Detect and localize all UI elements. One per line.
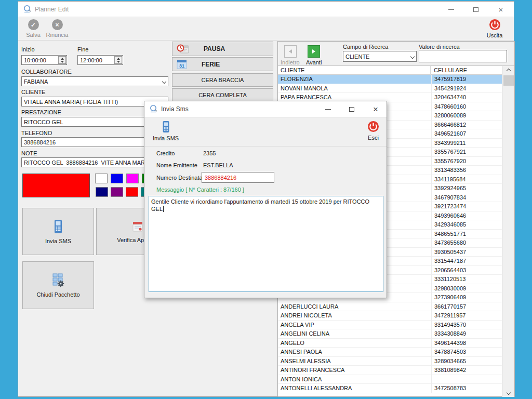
maximize-icon[interactable] bbox=[472, 6, 480, 13]
table-row[interactable]: ANGELO3496144398 bbox=[278, 339, 502, 348]
collaboratore-label: COLLABORATORE bbox=[21, 69, 72, 75]
back-arrow-icon bbox=[288, 49, 293, 54]
fine-spinner[interactable] bbox=[114, 56, 122, 64]
prestazione-value: RITOCCO GEL bbox=[24, 119, 63, 125]
table-header: CLIENTE CELLULARE bbox=[278, 66, 502, 75]
cancel-button[interactable]: × Rinuncia bbox=[43, 19, 71, 38]
close-icon[interactable]: × bbox=[497, 6, 504, 13]
palette-swatch[interactable] bbox=[126, 174, 139, 183]
palette-swatch[interactable] bbox=[111, 187, 123, 197]
credito-value: 2355 bbox=[203, 150, 216, 156]
minimize-icon[interactable] bbox=[447, 6, 455, 13]
fine-input[interactable]: 12:00:00 bbox=[77, 55, 123, 65]
cell-cellulare: 3204634740 bbox=[431, 93, 502, 102]
cell-cliente: ANGELINI CELINA bbox=[278, 329, 431, 339]
modal-esci-button[interactable]: Esci bbox=[367, 121, 379, 141]
cell-cellulare: 3921723474 bbox=[431, 202, 502, 211]
chiudi-pacchetto-button[interactable]: Chiudi Pacchetto bbox=[22, 261, 94, 309]
cell-cellulare: 3472508783 bbox=[431, 384, 502, 393]
emittente-label: Nome Emittente bbox=[156, 162, 197, 168]
power-icon bbox=[367, 121, 379, 132]
valore-ricerca-input[interactable] bbox=[419, 50, 507, 62]
inizio-spinner[interactable] bbox=[58, 56, 66, 64]
table-row[interactable]: ANGELINI CELINA3334308849 bbox=[278, 329, 502, 339]
table-row[interactable]: ANDERLUCCI LAURA3661770157 bbox=[278, 302, 502, 312]
exit-button[interactable]: Uscita bbox=[481, 19, 509, 38]
cell-cellulare: 3473655680 bbox=[431, 238, 502, 248]
pause-clock-icon bbox=[177, 44, 189, 54]
cell-cliente: ANGELA VIP bbox=[278, 321, 431, 330]
table-row[interactable]: ANTONELLI ALESSANDRA3472508783 bbox=[278, 384, 502, 393]
scrollbar-thumb[interactable] bbox=[503, 75, 514, 86]
inizio-label: Inizio bbox=[21, 46, 35, 52]
pausa-button[interactable]: PAUSA bbox=[172, 42, 273, 56]
table-row[interactable]: ANSELMI ALESSIA3289034665 bbox=[278, 357, 502, 366]
cell-cliente: ANSELMI ALESSIA bbox=[278, 357, 431, 366]
ferie-button[interactable]: 31 FERIE bbox=[172, 57, 273, 71]
main-titlebar: Planner Edit × bbox=[18, 2, 514, 17]
invia-sms-button[interactable]: Invia SMS bbox=[22, 208, 94, 255]
calendar-31-icon: 31 bbox=[177, 59, 187, 69]
cell-cellulare: 3331120513 bbox=[431, 275, 502, 284]
table-row[interactable]: ANNESI PAOLA3478874503 bbox=[278, 348, 502, 357]
cell-cliente: ANNESI PAOLA bbox=[278, 348, 431, 357]
cera-braccia-button[interactable]: CERA BRACCIA bbox=[172, 73, 273, 87]
messaggio-label: Messaggio [ N° Caratteri : 87/160 ] bbox=[156, 187, 244, 193]
cell-cellulare: 3472911957 bbox=[431, 311, 502, 321]
modal-toolbar: Invia SMS Esci bbox=[144, 117, 387, 147]
scroll-up-icon[interactable] bbox=[502, 66, 515, 75]
cell-cellulare: 3343999211 bbox=[431, 139, 502, 148]
invia-sms-dialog: Invia Sms × Invia SMS bbox=[144, 101, 387, 298]
cell-cellulare: 3454291924 bbox=[431, 84, 502, 94]
ferie-label: FERIE bbox=[202, 61, 220, 68]
cell-cellulare: 3298030009 bbox=[431, 284, 502, 294]
note-label: NOTE bbox=[21, 150, 37, 156]
maximize-icon[interactable] bbox=[348, 105, 355, 113]
modal-invia-sms-button[interactable]: Invia SMS bbox=[153, 121, 179, 141]
cell-cliente: ANTON IONICA bbox=[278, 375, 431, 384]
cell-cellulare: 3355767920 bbox=[431, 157, 502, 166]
scroll-down-icon[interactable] bbox=[502, 388, 515, 397]
close-icon[interactable]: × bbox=[372, 105, 379, 113]
forward-label: Avanti bbox=[306, 59, 322, 65]
cell-cellulare: 3478874503 bbox=[431, 348, 502, 357]
palette-swatch[interactable] bbox=[111, 174, 123, 183]
cera-completa-label: CERA COMPLETA bbox=[198, 92, 247, 98]
inizio-input[interactable]: 10:00:00 bbox=[21, 55, 67, 65]
chevron-down-icon bbox=[411, 55, 414, 58]
table-row[interactable]: FLORENZIA3475917819 bbox=[278, 75, 502, 84]
palette-swatch[interactable] bbox=[96, 187, 108, 197]
cera-completa-button[interactable]: CERA COMPLETA bbox=[172, 88, 273, 102]
back-button[interactable] bbox=[284, 45, 297, 58]
x-circle-icon: × bbox=[52, 19, 63, 30]
destinatario-input[interactable]: 3886884216 bbox=[202, 172, 274, 183]
table-row[interactable]: NOVANI MANOLA3454291924 bbox=[278, 84, 502, 94]
forward-arrow-icon bbox=[311, 49, 316, 54]
svg-text:31: 31 bbox=[179, 63, 184, 69]
table-row[interactable]: ANTON IONICA bbox=[278, 375, 502, 384]
cell-cellulare: 3930505437 bbox=[431, 248, 502, 257]
column-header-cliente[interactable]: CLIENTE bbox=[278, 66, 431, 75]
messaggio-textarea[interactable]: Gentile Cliente vi ricordiamo l'appuntam… bbox=[149, 196, 383, 292]
save-label: Salva bbox=[26, 32, 41, 38]
minimize-icon[interactable] bbox=[324, 105, 331, 113]
forward-button[interactable] bbox=[308, 45, 320, 58]
palette-swatch[interactable] bbox=[95, 174, 108, 183]
column-header-cellulare[interactable]: CELLULARE bbox=[431, 66, 502, 75]
exit-label: Uscita bbox=[487, 32, 503, 38]
collaboratore-select[interactable]: FABIANA bbox=[21, 76, 168, 86]
cell-cellulare: 3381089842 bbox=[431, 366, 502, 375]
table-row[interactable]: ANGELA VIP3314943570 bbox=[278, 321, 502, 330]
cliente-label: CLIENTE bbox=[21, 89, 45, 95]
palette-swatch[interactable] bbox=[126, 187, 138, 197]
telefono-label: TELEFONO bbox=[21, 130, 52, 136]
telefono-value: 3886884216 bbox=[24, 139, 56, 145]
table-row[interactable]: ANDREI NICOLETA3472911957 bbox=[278, 311, 502, 321]
campo-ricerca-select[interactable]: CLIENTE bbox=[343, 51, 417, 62]
modal-titlebar: Invia Sms × bbox=[144, 101, 387, 117]
vertical-scrollbar[interactable] bbox=[502, 66, 514, 397]
table-row[interactable]: ANTINORI FRANCESCA3381089842 bbox=[278, 366, 502, 375]
main-toolbar: ✓ Salva × Rinuncia Uscita bbox=[18, 17, 514, 41]
cell-cellulare: 3493960646 bbox=[431, 211, 502, 221]
selected-color-swatch[interactable] bbox=[22, 174, 90, 197]
